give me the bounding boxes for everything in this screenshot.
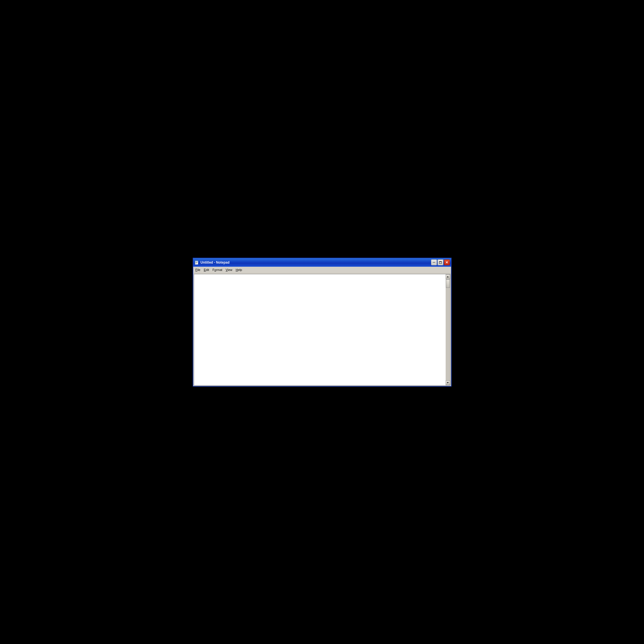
- menu-file[interactable]: File: [194, 268, 202, 272]
- chevron-down-icon: [447, 382, 449, 383]
- maximize-icon: [439, 261, 442, 264]
- scrollbar-up-button[interactable]: [446, 274, 450, 279]
- menu-edit-label: Edit: [204, 268, 209, 271]
- editor-textarea[interactable]: [194, 274, 446, 385]
- svg-rect-4: [196, 263, 197, 263]
- scrollbar-vertical: [446, 274, 450, 385]
- scrollbar-thumb[interactable]: [446, 279, 450, 288]
- svg-marker-6: [447, 276, 449, 277]
- notepad-icon: [194, 260, 199, 265]
- scrollbar-track[interactable]: [446, 279, 450, 380]
- menu-view[interactable]: View: [224, 268, 234, 272]
- svg-marker-7: [447, 382, 449, 383]
- desktop: Untitled - Notepad ✕ File Edit: [0, 0, 644, 644]
- window-title: Untitled - Notepad: [201, 261, 230, 264]
- svg-rect-3: [196, 262, 198, 263]
- title-bar-buttons: ✕: [431, 259, 450, 265]
- menu-edit[interactable]: Edit: [202, 268, 211, 272]
- menu-format[interactable]: Format: [211, 268, 224, 272]
- close-icon: ✕: [445, 261, 448, 264]
- svg-rect-1: [195, 261, 198, 261]
- scrollbar-down-button[interactable]: [446, 380, 450, 385]
- menu-help[interactable]: Help: [234, 268, 244, 272]
- chevron-up-icon: [447, 276, 449, 277]
- title-bar-left: Untitled - Notepad: [194, 260, 230, 265]
- svg-rect-5: [195, 261, 195, 264]
- svg-rect-2: [196, 262, 198, 262]
- editor-container: [193, 273, 451, 386]
- notepad-window: Untitled - Notepad ✕ File Edit: [193, 258, 452, 387]
- menu-format-label: Format: [212, 268, 222, 271]
- menu-file-label: File: [196, 268, 201, 271]
- minimize-button[interactable]: [431, 259, 437, 265]
- menu-bar: File Edit Format View Help: [193, 267, 451, 273]
- menu-view-label: View: [226, 268, 232, 271]
- title-bar: Untitled - Notepad ✕: [193, 258, 451, 267]
- menu-help-label: Help: [236, 268, 242, 271]
- maximize-button[interactable]: [437, 259, 443, 265]
- close-button[interactable]: ✕: [444, 259, 450, 265]
